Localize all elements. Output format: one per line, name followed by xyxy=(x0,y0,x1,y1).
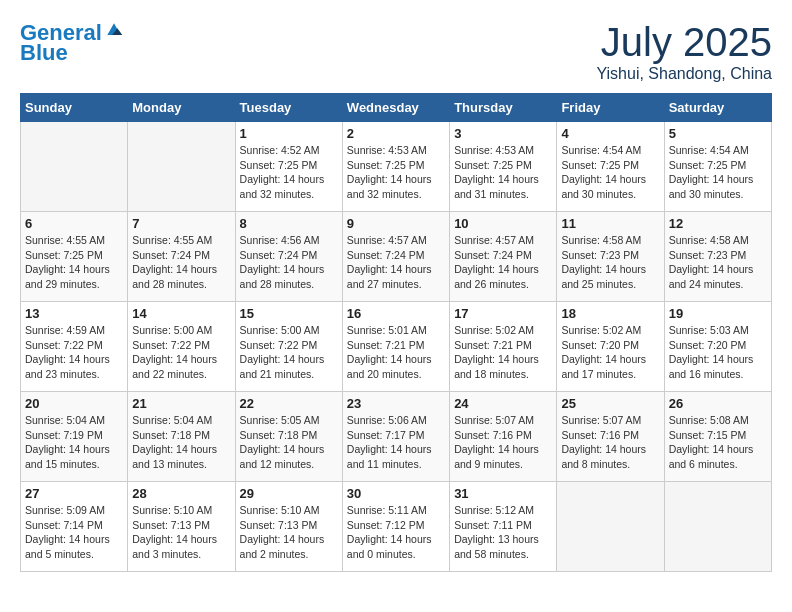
day-number: 26 xyxy=(669,396,767,411)
calendar-cell: 9Sunrise: 4:57 AM Sunset: 7:24 PM Daylig… xyxy=(342,212,449,302)
calendar-cell: 11Sunrise: 4:58 AM Sunset: 7:23 PM Dayli… xyxy=(557,212,664,302)
calendar-cell: 23Sunrise: 5:06 AM Sunset: 7:17 PM Dayli… xyxy=(342,392,449,482)
day-info: Sunrise: 5:06 AM Sunset: 7:17 PM Dayligh… xyxy=(347,413,445,472)
day-info: Sunrise: 5:04 AM Sunset: 7:18 PM Dayligh… xyxy=(132,413,230,472)
calendar-cell: 31Sunrise: 5:12 AM Sunset: 7:11 PM Dayli… xyxy=(450,482,557,572)
calendar-cell: 22Sunrise: 5:05 AM Sunset: 7:18 PM Dayli… xyxy=(235,392,342,482)
calendar-cell: 14Sunrise: 5:00 AM Sunset: 7:22 PM Dayli… xyxy=(128,302,235,392)
calendar-week-row: 20Sunrise: 5:04 AM Sunset: 7:19 PM Dayli… xyxy=(21,392,772,482)
calendar-cell: 4Sunrise: 4:54 AM Sunset: 7:25 PM Daylig… xyxy=(557,122,664,212)
day-number: 15 xyxy=(240,306,338,321)
weekday-header: Sunday xyxy=(21,94,128,122)
calendar-week-row: 27Sunrise: 5:09 AM Sunset: 7:14 PM Dayli… xyxy=(21,482,772,572)
day-number: 19 xyxy=(669,306,767,321)
day-info: Sunrise: 4:55 AM Sunset: 7:25 PM Dayligh… xyxy=(25,233,123,292)
calendar-cell: 6Sunrise: 4:55 AM Sunset: 7:25 PM Daylig… xyxy=(21,212,128,302)
calendar-cell: 24Sunrise: 5:07 AM Sunset: 7:16 PM Dayli… xyxy=(450,392,557,482)
weekday-header: Wednesday xyxy=(342,94,449,122)
day-number: 27 xyxy=(25,486,123,501)
day-number: 9 xyxy=(347,216,445,231)
day-number: 8 xyxy=(240,216,338,231)
day-info: Sunrise: 5:11 AM Sunset: 7:12 PM Dayligh… xyxy=(347,503,445,562)
calendar-cell xyxy=(128,122,235,212)
calendar-cell: 7Sunrise: 4:55 AM Sunset: 7:24 PM Daylig… xyxy=(128,212,235,302)
day-number: 3 xyxy=(454,126,552,141)
day-number: 24 xyxy=(454,396,552,411)
calendar-table: SundayMondayTuesdayWednesdayThursdayFrid… xyxy=(20,93,772,572)
day-number: 17 xyxy=(454,306,552,321)
day-number: 13 xyxy=(25,306,123,321)
day-number: 6 xyxy=(25,216,123,231)
calendar-cell: 15Sunrise: 5:00 AM Sunset: 7:22 PM Dayli… xyxy=(235,302,342,392)
day-number: 28 xyxy=(132,486,230,501)
day-info: Sunrise: 4:54 AM Sunset: 7:25 PM Dayligh… xyxy=(669,143,767,202)
calendar-cell: 13Sunrise: 4:59 AM Sunset: 7:22 PM Dayli… xyxy=(21,302,128,392)
day-number: 25 xyxy=(561,396,659,411)
calendar-cell: 8Sunrise: 4:56 AM Sunset: 7:24 PM Daylig… xyxy=(235,212,342,302)
day-info: Sunrise: 5:07 AM Sunset: 7:16 PM Dayligh… xyxy=(561,413,659,472)
day-info: Sunrise: 4:57 AM Sunset: 7:24 PM Dayligh… xyxy=(347,233,445,292)
day-info: Sunrise: 5:02 AM Sunset: 7:20 PM Dayligh… xyxy=(561,323,659,382)
day-info: Sunrise: 4:52 AM Sunset: 7:25 PM Dayligh… xyxy=(240,143,338,202)
calendar-cell: 21Sunrise: 5:04 AM Sunset: 7:18 PM Dayli… xyxy=(128,392,235,482)
calendar-cell: 17Sunrise: 5:02 AM Sunset: 7:21 PM Dayli… xyxy=(450,302,557,392)
calendar-cell: 30Sunrise: 5:11 AM Sunset: 7:12 PM Dayli… xyxy=(342,482,449,572)
day-info: Sunrise: 5:07 AM Sunset: 7:16 PM Dayligh… xyxy=(454,413,552,472)
day-info: Sunrise: 4:56 AM Sunset: 7:24 PM Dayligh… xyxy=(240,233,338,292)
weekday-header: Tuesday xyxy=(235,94,342,122)
day-number: 20 xyxy=(25,396,123,411)
calendar-cell: 5Sunrise: 4:54 AM Sunset: 7:25 PM Daylig… xyxy=(664,122,771,212)
day-info: Sunrise: 5:12 AM Sunset: 7:11 PM Dayligh… xyxy=(454,503,552,562)
day-info: Sunrise: 4:53 AM Sunset: 7:25 PM Dayligh… xyxy=(454,143,552,202)
day-number: 1 xyxy=(240,126,338,141)
calendar-cell: 3Sunrise: 4:53 AM Sunset: 7:25 PM Daylig… xyxy=(450,122,557,212)
day-number: 30 xyxy=(347,486,445,501)
day-number: 7 xyxy=(132,216,230,231)
calendar-cell xyxy=(664,482,771,572)
logo: General Blue xyxy=(20,20,124,65)
weekday-header: Thursday xyxy=(450,94,557,122)
weekday-header: Monday xyxy=(128,94,235,122)
calendar-cell xyxy=(21,122,128,212)
day-info: Sunrise: 5:09 AM Sunset: 7:14 PM Dayligh… xyxy=(25,503,123,562)
month-title: July 2025 xyxy=(596,20,772,65)
day-number: 11 xyxy=(561,216,659,231)
day-info: Sunrise: 5:00 AM Sunset: 7:22 PM Dayligh… xyxy=(132,323,230,382)
location-subtitle: Yishui, Shandong, China xyxy=(596,65,772,83)
calendar-cell: 20Sunrise: 5:04 AM Sunset: 7:19 PM Dayli… xyxy=(21,392,128,482)
calendar-cell: 1Sunrise: 4:52 AM Sunset: 7:25 PM Daylig… xyxy=(235,122,342,212)
weekday-header: Friday xyxy=(557,94,664,122)
weekday-header: Saturday xyxy=(664,94,771,122)
day-number: 18 xyxy=(561,306,659,321)
calendar-week-row: 1Sunrise: 4:52 AM Sunset: 7:25 PM Daylig… xyxy=(21,122,772,212)
calendar-cell: 10Sunrise: 4:57 AM Sunset: 7:24 PM Dayli… xyxy=(450,212,557,302)
day-info: Sunrise: 5:03 AM Sunset: 7:20 PM Dayligh… xyxy=(669,323,767,382)
calendar-cell: 29Sunrise: 5:10 AM Sunset: 7:13 PM Dayli… xyxy=(235,482,342,572)
day-info: Sunrise: 4:55 AM Sunset: 7:24 PM Dayligh… xyxy=(132,233,230,292)
day-number: 12 xyxy=(669,216,767,231)
day-number: 10 xyxy=(454,216,552,231)
day-info: Sunrise: 4:58 AM Sunset: 7:23 PM Dayligh… xyxy=(669,233,767,292)
day-info: Sunrise: 5:01 AM Sunset: 7:21 PM Dayligh… xyxy=(347,323,445,382)
calendar-cell xyxy=(557,482,664,572)
day-number: 4 xyxy=(561,126,659,141)
day-info: Sunrise: 5:10 AM Sunset: 7:13 PM Dayligh… xyxy=(240,503,338,562)
calendar-cell: 19Sunrise: 5:03 AM Sunset: 7:20 PM Dayli… xyxy=(664,302,771,392)
page-header: General Blue July 2025 Yishui, Shandong,… xyxy=(20,20,772,83)
calendar-header-row: SundayMondayTuesdayWednesdayThursdayFrid… xyxy=(21,94,772,122)
day-info: Sunrise: 4:57 AM Sunset: 7:24 PM Dayligh… xyxy=(454,233,552,292)
calendar-cell: 25Sunrise: 5:07 AM Sunset: 7:16 PM Dayli… xyxy=(557,392,664,482)
day-info: Sunrise: 5:08 AM Sunset: 7:15 PM Dayligh… xyxy=(669,413,767,472)
calendar-cell: 18Sunrise: 5:02 AM Sunset: 7:20 PM Dayli… xyxy=(557,302,664,392)
calendar-cell: 26Sunrise: 5:08 AM Sunset: 7:15 PM Dayli… xyxy=(664,392,771,482)
day-number: 29 xyxy=(240,486,338,501)
day-info: Sunrise: 4:53 AM Sunset: 7:25 PM Dayligh… xyxy=(347,143,445,202)
day-number: 22 xyxy=(240,396,338,411)
day-info: Sunrise: 5:10 AM Sunset: 7:13 PM Dayligh… xyxy=(132,503,230,562)
title-block: July 2025 Yishui, Shandong, China xyxy=(596,20,772,83)
day-info: Sunrise: 5:02 AM Sunset: 7:21 PM Dayligh… xyxy=(454,323,552,382)
day-info: Sunrise: 4:54 AM Sunset: 7:25 PM Dayligh… xyxy=(561,143,659,202)
day-info: Sunrise: 4:59 AM Sunset: 7:22 PM Dayligh… xyxy=(25,323,123,382)
calendar-week-row: 6Sunrise: 4:55 AM Sunset: 7:25 PM Daylig… xyxy=(21,212,772,302)
calendar-week-row: 13Sunrise: 4:59 AM Sunset: 7:22 PM Dayli… xyxy=(21,302,772,392)
